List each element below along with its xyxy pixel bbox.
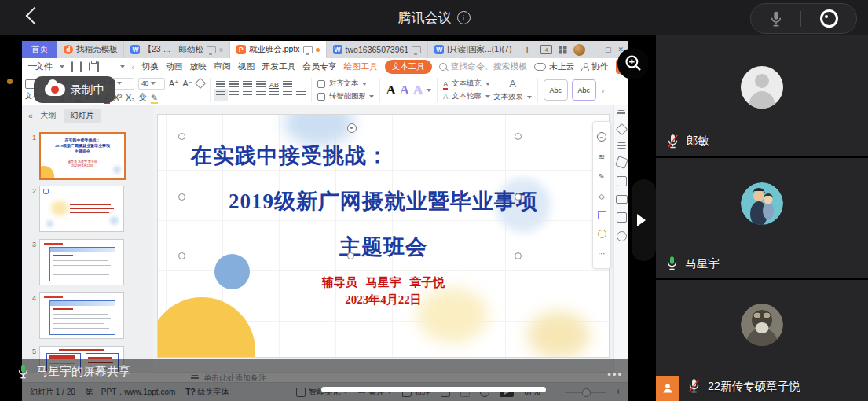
slide-subtitle-names[interactable]: 辅导员 马星宇 章子悦 [158, 275, 609, 290]
selection-handle[interactable] [347, 252, 354, 259]
pen-icon[interactable]: ✎ [597, 171, 606, 181]
increase-indent-icon[interactable] [256, 81, 266, 89]
restore-icon[interactable]: ▢ [605, 46, 612, 53]
align-text-button[interactable]: 对齐文本 [329, 79, 358, 89]
cloud-status[interactable]: 未上云 [534, 61, 574, 72]
tab-slides[interactable]: 幻灯片 [64, 109, 101, 123]
selection-handle[interactable] [515, 193, 522, 200]
participant-tile-zhangziyue[interactable]: 22新传专硕章子悦 [656, 280, 868, 401]
decrease-indent-icon[interactable] [243, 81, 252, 89]
collapse-toolbar-icon[interactable]: − [597, 132, 606, 142]
text-preset-outline[interactable]: A [413, 83, 423, 97]
menu-item-slideshow[interactable]: 放映 [189, 61, 207, 72]
text-preset-black[interactable]: A [386, 83, 395, 97]
clear-format-icon[interactable] [195, 78, 206, 89]
print-preview-icon[interactable] [97, 61, 99, 72]
highlight-button[interactable]: ✎ [151, 93, 158, 102]
minimize-icon[interactable]: — [591, 46, 599, 53]
window-list-icon[interactable]: 4 [540, 45, 552, 54]
participant-tile-maxingyu[interactable]: 马星宇 [656, 158, 868, 279]
layout-panels-icon[interactable] [617, 176, 627, 186]
spacing-before-icon[interactable] [283, 91, 292, 99]
sliders-icon[interactable] [617, 142, 626, 149]
layers-icon[interactable]: ≋ [597, 152, 606, 161]
wand-star-icon[interactable] [615, 156, 628, 169]
menu-item-member[interactable]: 会员专享 [302, 61, 336, 72]
tab-ppt-active[interactable]: P 就业班会.pptx [230, 41, 327, 58]
shrink-font-button[interactable]: A⁻ [182, 79, 192, 88]
selection-handle[interactable] [515, 133, 522, 140]
settings-gear-icon[interactable] [617, 231, 627, 241]
more-tools-icon[interactable]: ⋯ [597, 248, 606, 258]
subscript-button[interactable]: X₂ [126, 93, 134, 102]
bullet-list-icon[interactable] [216, 81, 225, 89]
tab-writer-doc3[interactable]: W [只读]国家...(1)(7) [428, 41, 518, 58]
menu-item-review[interactable]: 审阅 [214, 61, 231, 72]
mic-icon[interactable] [770, 10, 782, 28]
char-border-button[interactable]: AB [269, 81, 279, 89]
file-menu[interactable]: 文件 [35, 61, 53, 72]
align-center-icon[interactable] [229, 91, 239, 99]
preset-scroll-icon[interactable]: › [602, 86, 605, 95]
change-case-button[interactable]: 变 [138, 92, 147, 103]
info-icon[interactable]: i [457, 11, 471, 24]
zoom-magnifier-button[interactable] [617, 48, 649, 79]
idea-bulb-icon[interactable] [598, 230, 606, 238]
quickbar-dropdown-icon[interactable] [120, 65, 125, 71]
collab-button[interactable]: 协作 [581, 61, 609, 72]
selection-handle[interactable] [178, 252, 185, 259]
tab-home[interactable]: 首页 [22, 41, 57, 58]
wordart-preset-2[interactable]: Abc [572, 79, 596, 101]
panel-expand-button[interactable] [632, 179, 656, 261]
menu-item-transition[interactable]: 切换 [141, 61, 159, 72]
participant-tile-langmin[interactable]: 郎敏 [656, 35, 868, 156]
shape-icon[interactable]: ◇ [597, 191, 606, 200]
wordart-preset-1[interactable]: Abc [544, 79, 568, 101]
align-right-icon[interactable] [243, 91, 252, 99]
new-doc-icon[interactable] [71, 61, 73, 72]
scroll-tabs-left-icon[interactable]: ‹ [132, 62, 135, 72]
grow-font-button[interactable]: A⁺ [169, 79, 179, 88]
text-outline-button[interactable]: 文本轮廓 [452, 91, 481, 101]
selection-handle[interactable] [178, 133, 185, 140]
numbered-list-icon[interactable] [229, 81, 239, 89]
smart-shape-button[interactable]: 转智能图形 [329, 91, 365, 101]
menu-item-view[interactable]: 视图 [238, 61, 255, 72]
selection-handle[interactable] [178, 193, 185, 200]
menu-item-texttools-active[interactable]: 文本工具 [385, 60, 432, 74]
slide-thumbnail-4[interactable] [39, 292, 124, 339]
overlay-more-icon[interactable]: ••• [607, 369, 623, 381]
slide-thumbnail-3[interactable] [39, 239, 124, 285]
spacing-after-icon[interactable] [296, 91, 306, 99]
save-icon[interactable] [80, 61, 82, 72]
justify-icon[interactable] [256, 91, 266, 99]
apps-grid-icon[interactable] [559, 46, 567, 54]
record-icon[interactable] [820, 9, 838, 28]
home-indicator[interactable] [321, 387, 546, 392]
rectangle-icon[interactable] [598, 211, 606, 219]
menu-item-animation[interactable]: 动画 [166, 61, 183, 72]
distribute-icon[interactable] [269, 91, 279, 99]
new-tab-button[interactable]: + [518, 41, 535, 58]
line-spacing-icon[interactable] [283, 81, 292, 89]
text-preset-purple[interactable]: A [400, 83, 409, 97]
book-icon[interactable] [616, 195, 628, 204]
account-avatar[interactable] [573, 44, 585, 56]
tab-writer-doc2[interactable]: W two16365073961 [327, 41, 429, 58]
slide-subtitle-date[interactable]: 2023年4月22日 [158, 292, 609, 307]
image-icon[interactable] [617, 212, 627, 223]
tab-docer[interactable]: d 找稻壳模板 [57, 41, 125, 58]
menu-item-drawtools[interactable]: 绘图工具 [344, 61, 378, 72]
rotate-handle[interactable] [347, 123, 357, 133]
tab-outline[interactable]: 大纲 [41, 110, 57, 121]
command-search[interactable]: 查找命令、搜索模板 [439, 61, 527, 72]
sidebar-menu-icon[interactable] [617, 110, 625, 116]
text-fill-button[interactable]: 文本填充 [452, 79, 481, 89]
selection-handle[interactable] [515, 252, 522, 259]
slide-editor[interactable]: 在实践中接受挑战： 2019级新广网摄就业暨毕业事项 主题班会 辅导员 马星宇 … [158, 115, 609, 357]
slide-thumbnail-2[interactable] [39, 186, 124, 232]
text-effect-button[interactable]: 文本效果 [494, 92, 523, 102]
slide-canvas[interactable]: 在实践中接受挑战： 2019级新广网摄就业暨毕业事项 主题班会 辅导员 马星宇 … [153, 105, 613, 373]
send-icon[interactable] [615, 123, 628, 136]
selection-box[interactable] [181, 136, 518, 256]
